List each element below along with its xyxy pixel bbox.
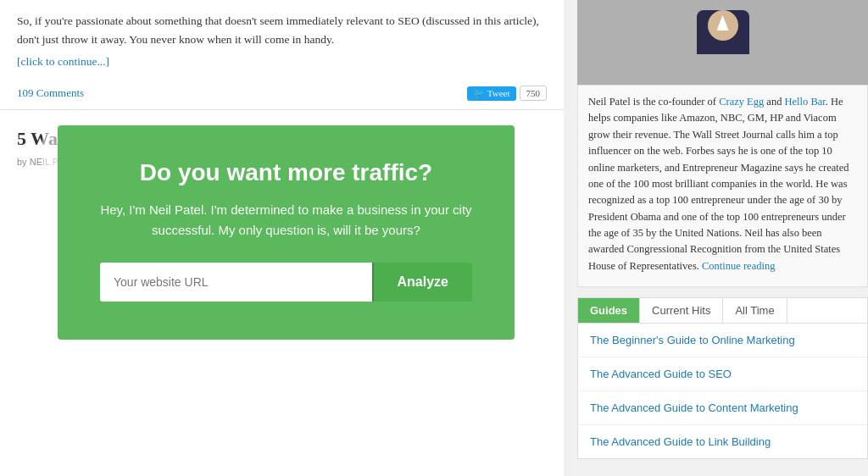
twitter-bird-icon: 🐦 (473, 88, 485, 99)
guide-item-3[interactable]: The Advanced Guide to Link Building (578, 425, 867, 458)
website-url-input[interactable] (100, 263, 372, 302)
author-bio-and: and (764, 96, 784, 108)
tweet-label: Tweet (487, 88, 510, 98)
comments-link[interactable]: 109 Comments (17, 86, 84, 100)
guides-tabs: Guides Current Hits All Time (578, 298, 867, 324)
modal-title: Do you want more traffic? (100, 159, 472, 186)
tab-all-time[interactable]: All Time (723, 298, 787, 323)
tweet-button-group: 🐦 Tweet 750 (467, 86, 547, 101)
modal-subtitle: Hey, I'm Neil Patel. I'm determined to m… (100, 200, 472, 241)
article-top: So, if you're passionate about something… (0, 0, 564, 77)
hello-bar-link[interactable]: Hello Bar (785, 96, 826, 108)
author-photo (577, 0, 868, 85)
guide-item-2[interactable]: The Advanced Guide to Content Marketing (578, 391, 867, 425)
guide-item-1[interactable]: The Advanced Guide to SEO (578, 357, 867, 391)
meta-by: by (17, 157, 27, 167)
tweet-count: 750 (520, 86, 548, 101)
author-bio-rest: . He helps companies like Amazon, NBC, G… (588, 96, 849, 272)
tweet-button[interactable]: 🐦 Tweet (467, 86, 516, 101)
guide-item-0[interactable]: The Beginner's Guide to Online Marketing (578, 324, 867, 357)
guides-list: The Beginner's Guide to Online Marketing… (578, 324, 867, 458)
continue-reading-link[interactable]: Continue reading (702, 260, 775, 272)
modal-box: Do you want more traffic? Hey, I'm Neil … (58, 125, 515, 340)
article-body-text: So, if you're passionate about something… (17, 12, 547, 48)
sidebar: Neil Patel is the co-founder of Crazy Eg… (564, 0, 868, 476)
author-bio-text-start: Neil Patel is the co-founder of (588, 96, 719, 108)
tab-guides[interactable]: Guides (578, 298, 640, 323)
guides-section: Guides Current Hits All Time The Beginne… (577, 297, 868, 459)
main-content: So, if you're passionate about something… (0, 0, 564, 476)
read-more-link[interactable]: [click to continue...] (17, 55, 109, 68)
tab-current-hits[interactable]: Current Hits (640, 298, 723, 323)
person-silhouette (689, 8, 757, 85)
modal-form: Analyze (100, 263, 472, 302)
author-bio: Neil Patel is the co-founder of Crazy Eg… (577, 85, 868, 287)
article-footer: 109 Comments 🐦 Tweet 750 (0, 77, 564, 110)
crazy-egg-link[interactable]: Crazy Egg (719, 96, 764, 108)
analyze-button[interactable]: Analyze (372, 263, 472, 302)
modal-overlay: Do you want more traffic? Hey, I'm Neil … (42, 110, 530, 355)
